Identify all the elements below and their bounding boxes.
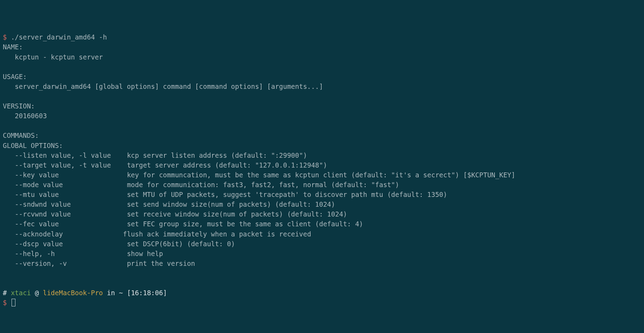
ps1-time: 16:18:06 — [131, 289, 163, 297]
option-line: --sndwnd value set send window size(num … — [3, 200, 335, 208]
option-line: --dscp value set DSCP(6bit) (default: 0) — [3, 240, 235, 248]
ps1-user: xtaci — [11, 289, 31, 297]
option-line: --mtu value set MTU of UDP packets, sugg… — [3, 191, 447, 198]
section-usage-header: USAGE: — [3, 73, 27, 80]
option-line: --mode value mode for communication: fas… — [3, 181, 399, 189]
option-line: --key value key for communcation, must b… — [3, 171, 515, 179]
option-line: --rcvwnd value set receive window size(n… — [3, 210, 347, 218]
option-line: --help, -h show help — [3, 250, 163, 257]
section-name-body: kcptun - kcptun server — [3, 53, 103, 61]
section-name-header: NAME: — [3, 43, 23, 51]
option-line: --version, -v print the version — [3, 260, 195, 267]
option-line: --target value, -t value target server a… — [3, 161, 327, 169]
option-line: --acknodelay flush ack immediately when … — [3, 230, 311, 238]
section-globals-header: GLOBAL OPTIONS: — [3, 142, 63, 149]
prompt-symbol: $ — [3, 299, 7, 306]
command-text: ./server_darwin_amd64 -h — [7, 33, 107, 41]
terminal-output[interactable]: $ ./server_darwin_amd64 -h NAME: kcptun … — [3, 32, 641, 307]
section-version-body: 20160603 — [3, 112, 47, 120]
section-version-header: VERSION: — [3, 102, 35, 110]
section-usage-body: server_darwin_amd64 [global options] com… — [3, 83, 323, 90]
section-commands-header: COMMANDS: — [3, 132, 39, 139]
ps1-host: lideMacBook-Pro — [43, 289, 103, 297]
option-line: --fec value set FEC group size, must be … — [3, 220, 363, 228]
option-line: --listen value, -l value kcp server list… — [3, 151, 307, 159]
prompt-symbol: $ — [3, 33, 7, 41]
ps1-line: # xtaci @ lideMacBook-Pro in ~ [16:18:06… — [3, 289, 167, 297]
cursor-icon — [12, 299, 15, 306]
